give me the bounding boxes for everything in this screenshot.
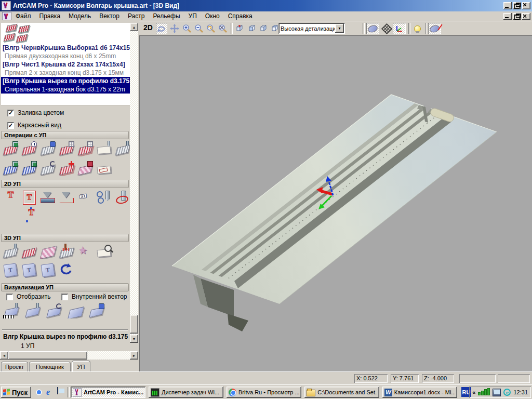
raster-machine-icon[interactable] [39, 244, 57, 259]
smart-engrave-icon[interactable]: ea [77, 190, 94, 205]
artcam-app-icon[interactable] [2, 1, 11, 10]
carve-stamp-icon[interactable]: Т [39, 262, 57, 278]
wireframe-checkbox-row[interactable]: ✓ Каркасный вид [7, 122, 61, 129]
internet-explorer-icon[interactable]: e [46, 388, 55, 396]
network-signal-icon[interactable] [478, 389, 490, 395]
menu-model[interactable]: Модель [64, 12, 95, 20]
mdi-restore-button[interactable] [513, 13, 521, 20]
taskbar-item-word[interactable]: W Камиссори1.docx - Mi... [382, 387, 457, 398]
view-side-button[interactable] [258, 23, 269, 34]
toolpath-template-icon[interactable] [96, 141, 113, 156]
axes-toggle[interactable] [393, 23, 406, 34]
machine-star-icon[interactable]: ★ [77, 244, 94, 259]
taskbar-item-browser[interactable]: Britva.Ru • Просмотр ... [227, 387, 301, 398]
eset-icon[interactable]: e [503, 389, 511, 396]
reset-simulation-icon[interactable] [67, 303, 84, 318]
profile-toolpath-icon[interactable]: Т [2, 190, 19, 205]
view-front-button[interactable] [246, 23, 258, 34]
fill-color-checkbox[interactable]: ✓ [7, 110, 14, 116]
viz-show-checkbox[interactable] [6, 294, 13, 300]
detail-level-select[interactable]: Высокая детализация ▼ [278, 23, 345, 34]
scrollbar-thumb[interactable] [130, 315, 138, 334]
copy-toolpath-icon[interactable] [39, 141, 57, 156]
preview-relief-icon[interactable] [96, 244, 113, 259]
laser-stamp-icon[interactable]: Т [2, 262, 19, 278]
transform-toolpath-icon[interactable] [114, 141, 130, 156]
wireframe-checkbox[interactable]: ✓ [7, 122, 14, 129]
menu-reliefs[interactable]: Рельефы [149, 12, 184, 20]
simulate-toolpath-icon[interactable] [3, 303, 20, 318]
undo-machining-icon[interactable] [58, 262, 75, 278]
zoom-out-button[interactable] [193, 23, 205, 34]
simulate-all-icon[interactable] [24, 303, 42, 318]
tab-assistant[interactable]: Помощник [29, 362, 71, 371]
taskbar-item-explorer[interactable]: C:\Documents and Set... [304, 387, 379, 398]
simulate-block-icon[interactable] [46, 303, 63, 318]
menu-edit[interactable]: Правка [35, 12, 65, 20]
viz-show-checkbox-row[interactable]: Отобразить [6, 293, 50, 300]
menu-window[interactable]: Окно [201, 12, 224, 20]
delete-simulation-icon[interactable] [88, 303, 105, 318]
toolpath-summary-icon[interactable] [21, 141, 38, 156]
viz-inner-vector-checkbox[interactable] [61, 294, 68, 300]
feature-machine-icon[interactable] [21, 244, 38, 259]
display-icon[interactable] [493, 389, 501, 396]
save-toolpath-icon[interactable] [2, 141, 19, 156]
draw-relief-toggle[interactable] [428, 23, 441, 34]
mdi-close-button[interactable] [522, 13, 530, 20]
tray-collapse-chevron[interactable]: « [472, 389, 475, 395]
tab-toolpaths[interactable]: УП [72, 361, 90, 371]
zoom-in-button[interactable] [181, 23, 193, 34]
mdi-minimize-button[interactable] [503, 13, 512, 20]
save-all-toolpaths-icon[interactable] [2, 161, 19, 176]
menu-raster[interactable]: Растр [124, 12, 149, 20]
scroll-right-button[interactable]: ► [130, 351, 138, 360]
inlay-toolpath-icon[interactable]: Т [23, 207, 40, 223]
restore-button[interactable] [513, 2, 521, 9]
dropdown-button[interactable]: ▼ [335, 24, 344, 33]
viz-inner-vector-checkbox-row[interactable]: Внутренний вектор [61, 293, 129, 300]
menu-toolpaths[interactable]: УП [184, 12, 201, 20]
pan-view-button[interactable] [169, 23, 180, 34]
calculate-toolpath-icon[interactable] [58, 141, 75, 156]
material-map-icon[interactable] [96, 161, 113, 176]
toolpath-item[interactable]: [Влгр Чист1 Крышка d2 2хзах 174x15x4] Пр… [1, 60, 130, 77]
tab-project[interactable]: Проект [1, 362, 28, 371]
lighting-toggle[interactable] [411, 23, 423, 34]
toolpath-item[interactable]: [Влгр ЧернвКрышка Выборка1 d6 174x15 Пря… [1, 44, 130, 60]
rotate-view-button[interactable] [156, 23, 167, 34]
vcarve-toolpath-icon[interactable] [39, 190, 57, 205]
show-desktop-icon[interactable] [57, 387, 58, 394]
taskbar-item-artcam[interactable]: ArtCAM Pro - Камис... [71, 387, 145, 398]
circular-cut-icon[interactable] [114, 190, 130, 205]
spindle-machine-icon[interactable] [58, 244, 75, 259]
merge-toolpaths-icon[interactable] [58, 161, 75, 176]
emboss-stamp-icon[interactable]: Т [21, 262, 38, 278]
nest-toolpaths-icon[interactable] [77, 161, 94, 176]
scroll-left-button[interactable]: ◄ [0, 351, 8, 360]
menu-help[interactable]: Справка [224, 12, 257, 20]
rotate-toolpath-icon[interactable] [39, 161, 57, 176]
viewport-3d[interactable] [139, 35, 532, 371]
panel-vertical-scrollbar[interactable]: ▲ ▼ [130, 23, 138, 343]
engrave-toolpath-icon[interactable] [58, 190, 75, 205]
machine-relief-icon[interactable] [2, 244, 19, 259]
start-button[interactable]: Пуск [1, 387, 31, 398]
document-icon[interactable] [2, 12, 11, 20]
panel-horizontal-scrollbar[interactable]: ◄ ► [0, 351, 138, 360]
scroll-up-button[interactable]: ▲ [130, 23, 138, 31]
close-button[interactable] [522, 2, 530, 9]
load-toolpath-icon[interactable] [21, 161, 38, 176]
fill-color-checkbox-row[interactable]: ✓ Заливка цветом [7, 109, 64, 116]
drill-toolpath-icon[interactable] [96, 190, 113, 205]
shaded-relief-toggle[interactable] [366, 23, 379, 34]
scroll-down-button[interactable]: ▼ [130, 335, 138, 343]
taskbar-item-task-manager[interactable]: Диспетчер задач Wi... [149, 387, 223, 398]
menu-vector[interactable]: Вектор [95, 12, 124, 20]
zoom-previous-button[interactable] [205, 23, 217, 34]
batch-calculate-icon[interactable] [77, 141, 94, 156]
minimize-button[interactable] [503, 2, 512, 9]
iso-view-button[interactable] [234, 23, 245, 34]
scrollbar-thumb[interactable] [8, 351, 87, 360]
zoom-fit-button[interactable] [217, 23, 229, 34]
